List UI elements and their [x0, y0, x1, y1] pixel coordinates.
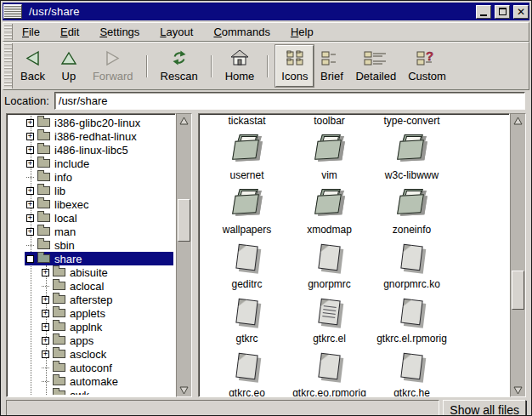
tree-item[interactable]: afterstep [8, 293, 173, 306]
leaf-stub [42, 395, 49, 396]
expand-icon[interactable] [26, 119, 34, 127]
custom-view-button[interactable]: ? Custom [402, 45, 452, 87]
expand-icon[interactable] [26, 214, 34, 222]
tree-item[interactable]: i386-glibc20-linux [8, 116, 173, 129]
close-button[interactable]: ✕ [513, 5, 529, 19]
file-item[interactable]: zoneinfo [371, 185, 453, 239]
expand-icon[interactable] [42, 337, 49, 345]
document-icon [400, 299, 422, 326]
folder-icon [53, 282, 65, 290]
tree-item[interactable]: aclocal [8, 279, 173, 293]
tree-item[interactable]: asclock [8, 347, 173, 361]
svg-text:?: ? [426, 49, 433, 63]
file-item[interactable]: gtkrc.el [288, 293, 371, 348]
back-button[interactable]: Back [14, 45, 51, 87]
directory-tree-pane[interactable]: i386-glibc20-linux i386-redhat-linux i48… [6, 113, 176, 397]
folder-icon [396, 134, 428, 162]
tree-scrollbar-track[interactable] [177, 127, 191, 384]
expand-icon[interactable] [42, 323, 49, 331]
location-bar: Location: [3, 90, 529, 111]
tree-item[interactable]: autoconf [8, 361, 173, 374]
file-item[interactable]: gtkrc [206, 293, 288, 348]
expand-icon[interactable] [26, 187, 34, 195]
file-item[interactable]: gtkrc.el.rpmorig [371, 293, 453, 348]
collapse-icon[interactable] [26, 255, 34, 263]
file-item[interactable]: type-convert [371, 113, 453, 130]
brief-view-button[interactable]: Brief [314, 45, 349, 87]
expand-icon[interactable] [26, 146, 34, 154]
maximize-button[interactable] [495, 5, 510, 19]
menu-layout[interactable]: Layout [152, 24, 201, 40]
file-item[interactable]: usernet [206, 130, 288, 185]
tree-item[interactable]: lib [8, 184, 173, 197]
menu-settings[interactable]: Settings [92, 24, 147, 40]
scroll-up-icon[interactable] [177, 114, 191, 127]
toolbar-drag-handle[interactable] [4, 43, 13, 88]
menu-help[interactable]: Help [283, 24, 321, 40]
rescan-button[interactable]: Rescan [155, 45, 204, 87]
file-item[interactable]: gnorpmrc [288, 239, 371, 293]
icon-pane-scrollbar-track[interactable] [511, 127, 525, 384]
icon-pane-scrollbar-thumb[interactable] [512, 271, 524, 310]
window-menu-icon[interactable] [3, 4, 22, 19]
up-button[interactable]: Up [51, 45, 87, 87]
file-item[interactable]: wallpapers [206, 185, 288, 239]
main-area: i386-glibc20-linux i386-redhat-linux i48… [6, 113, 526, 397]
file-item[interactable]: gtkrc.eo [206, 348, 288, 397]
toolbar-separator [267, 55, 269, 77]
tree-item[interactable]: man [8, 225, 173, 238]
file-item[interactable]: toolbar [288, 113, 371, 130]
menu-edit[interactable]: Edit [53, 24, 87, 40]
titlebar[interactable]: /usr/share ✕ [3, 3, 529, 20]
scroll-down-icon[interactable] [177, 384, 191, 396]
detailed-view-button[interactable]: Detailed [349, 45, 402, 87]
pane-splitter[interactable] [192, 113, 198, 397]
minimize-icon [480, 14, 487, 16]
file-item[interactable]: tickastat [206, 113, 288, 130]
icon-pane-scrollbar[interactable] [510, 113, 526, 397]
tree-item[interactable]: i386-redhat-linux [8, 129, 173, 143]
show-all-files-button[interactable]: Show all files [443, 400, 526, 416]
tree-item[interactable]: i486-linux-libc5 [8, 143, 173, 157]
expand-icon[interactable] [42, 310, 49, 317]
tree-item[interactable]: libexec [8, 197, 173, 211]
file-item[interactable]: gtkrc.he [371, 348, 453, 397]
tree-item[interactable]: local [8, 211, 173, 225]
scroll-up-icon[interactable] [511, 114, 525, 127]
file-item[interactable]: vim [288, 130, 371, 185]
tree-item[interactable]: applnk [8, 320, 173, 333]
location-input[interactable] [54, 92, 525, 110]
tree-item[interactable]: sbin [8, 238, 173, 252]
tree-scrollbar[interactable] [176, 113, 192, 397]
menu-file[interactable]: File [14, 24, 48, 40]
file-item[interactable]: geditrc [206, 239, 288, 293]
expand-icon[interactable] [26, 160, 34, 168]
expand-icon[interactable] [42, 269, 49, 276]
tree-item-selected[interactable]: share [8, 252, 173, 265]
tree-scrollbar-thumb[interactable] [178, 199, 190, 242]
file-item[interactable]: w3c-libwww [371, 130, 453, 185]
minimize-button[interactable] [476, 5, 491, 19]
menu-commands[interactable]: Commands [206, 24, 277, 40]
tree-item[interactable]: applets [8, 306, 173, 320]
tree-item[interactable]: abisuite [8, 265, 173, 279]
tree-item[interactable]: apps [8, 333, 173, 347]
file-item[interactable]: xmodmap [288, 185, 371, 239]
file-icon-pane[interactable]: tickastat toolbar type-convert usernet v… [198, 113, 510, 397]
file-item[interactable]: gnorpmrc.ko [371, 239, 453, 293]
tree-item[interactable]: info [8, 170, 173, 184]
expand-icon[interactable] [42, 296, 49, 304]
expand-icon[interactable] [26, 228, 34, 236]
icons-view-button[interactable]: Icons [275, 45, 314, 87]
expand-icon[interactable] [26, 133, 34, 140]
expand-icon[interactable] [42, 350, 49, 358]
tree-item[interactable]: include [8, 157, 173, 170]
home-button[interactable]: Home [219, 45, 261, 87]
tree-item[interactable]: awk [8, 388, 173, 395]
tree-item[interactable]: automake [8, 374, 173, 388]
expand-icon[interactable] [26, 201, 34, 208]
scroll-down-icon[interactable] [511, 384, 525, 396]
forward-button[interactable]: Forward [87, 45, 139, 87]
menubar-drag-handle[interactable] [4, 24, 13, 40]
file-item[interactable]: gtkrc.eo.rpmorig [288, 348, 371, 397]
